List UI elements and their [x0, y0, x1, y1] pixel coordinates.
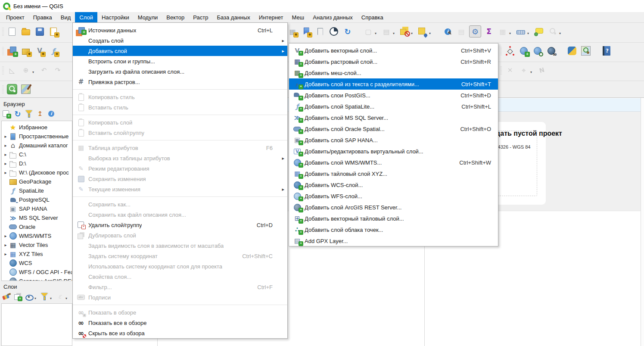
dropdown-arrow-icon[interactable]: ▾ — [50, 296, 54, 300]
expand-arrow-icon[interactable]: ▸ — [3, 143, 8, 148]
toolbar-button[interactable]: ▾ — [6, 83, 18, 95]
panel-toolbar-button[interactable]: ▾ — [39, 291, 54, 302]
toolbar-button[interactable]: ▾ — [442, 25, 454, 37]
browser-tree-item[interactable]: ▸ WCS — [2, 259, 72, 268]
expand-arrow-icon[interactable]: ▸ — [3, 234, 8, 238]
menubar-item[interactable]: Растр — [189, 12, 212, 22]
menu-show-all-in-overview[interactable]: Показать все в обзоре ▸ — [73, 318, 287, 328]
browser-tree-item[interactable]: ▸ SpatiaLite — [2, 186, 72, 195]
browser-tree-item[interactable]: ▸ WMS/WMTS — [2, 231, 72, 240]
submenu-add-hana-layer[interactable]: Добавить слой SAP HANA... ▸ — [289, 134, 498, 146]
menubar-item[interactable]: Слой — [75, 12, 97, 22]
expand-arrow-icon[interactable]: ▸ — [3, 252, 8, 256]
dropdown-arrow-icon[interactable]: ▾ — [509, 31, 513, 35]
panel-toolbar-button[interactable]: ▾ — [12, 291, 23, 302]
expand-arrow-icon[interactable]: ▸ — [3, 170, 8, 175]
dropdown-arrow-icon[interactable]: ▾ — [34, 296, 38, 300]
menubar-item[interactable]: Вектор — [162, 12, 189, 22]
menu-hide-all-from-overview[interactable]: Скрыть все из обзора ▸ — [73, 328, 287, 338]
browser-tree-item[interactable]: ▸ XYZ Tiles — [2, 249, 72, 259]
submenu-add-wcs-layer[interactable]: Добавить WCS-слой... ▸ — [289, 179, 498, 190]
dropdown-arrow-icon[interactable]: ▾ — [530, 70, 534, 74]
menu-georeferencer[interactable]: Привязка растров... ▸ — [73, 77, 287, 87]
toolbar-button[interactable]: ▾ — [469, 25, 481, 37]
panel-toolbar-button[interactable]: ▾ — [46, 109, 56, 119]
panel-toolbar-button[interactable]: ▾ — [24, 291, 38, 302]
dropdown-arrow-icon[interactable]: ▾ — [393, 31, 397, 35]
panel-toolbar-button[interactable]: ▾ — [1, 109, 12, 119]
dropdown-arrow-icon[interactable]: ▾ — [527, 31, 531, 35]
dropdown-arrow-icon[interactable]: ▾ — [32, 70, 36, 74]
browser-tree-item[interactable]: ▸ Домашний каталог — [2, 141, 72, 150]
menu-remove-layer[interactable]: Удалить слой/группу Ctrl+D ▸ — [73, 220, 287, 230]
toolbar-button[interactable]: ▾ — [504, 45, 516, 57]
toolbar-button[interactable]: ▾ — [47, 25, 59, 37]
toolbar-button[interactable]: ▾ — [20, 25, 32, 37]
browser-tree-item[interactable]: ▸ GeoPackage — [2, 177, 72, 186]
submenu-add-oracle-layer[interactable]: Добавить слой Oracle Spatial... Ctrl+Shi… — [289, 123, 498, 134]
browser-tree-item[interactable]: ▸ D:\ — [2, 159, 72, 168]
submenu-add-mesh-layer[interactable]: Добавить меш-слой... ▸ — [289, 67, 498, 78]
toolbar-button[interactable]: ▾ — [532, 45, 544, 57]
toolbar-button[interactable]: ▾ — [580, 45, 592, 57]
menubar-item[interactable]: База данных — [212, 12, 254, 22]
browser-tree-item[interactable]: ▸ W:\ (Дисковое прос — [2, 168, 72, 177]
menubar-item[interactable]: Справка — [357, 12, 388, 22]
submenu-add-raster-layer[interactable]: Добавить растровый слой... Ctrl+Shift+R … — [289, 56, 498, 67]
toolbar-button[interactable]: ▾ — [34, 25, 46, 37]
browser-tree-item[interactable]: ▸ WFS / OGC API - Fea — [2, 268, 72, 277]
submenu-add-virtual-layer[interactable]: Добавить/редактировать виртуальный слой.… — [289, 146, 498, 157]
dropdown-arrow-icon[interactable]: ▾ — [559, 31, 563, 35]
submenu-add-vector-layer[interactable]: Добавить векторный слой... Ctrl+Shift+V … — [289, 45, 498, 56]
toolbar-button[interactable]: ▾ — [286, 25, 299, 37]
browser-tree-item[interactable]: ▸ Серверы ArcGIS RES — [2, 277, 72, 281]
toolbar-button[interactable]: ▾ — [47, 45, 59, 57]
submenu-add-arcgis-layer[interactable]: Добавить слой ArcGIS REST Server... ▸ — [289, 202, 498, 213]
toolbar-button[interactable]: ▾ — [600, 45, 613, 57]
menu-embed-layers[interactable]: Встроить слои и группы... ▸ — [73, 56, 287, 66]
submenu-add-point-cloud-layer[interactable]: Добавить слой облака точек... ▸ — [289, 224, 498, 235]
menu-data-source-manager[interactable]: Источники данных Ctrl+L ▸ — [73, 25, 287, 35]
panel-toolbar-button[interactable]: ▾ — [12, 109, 23, 119]
toolbar-button[interactable]: ▾ — [483, 25, 495, 37]
browser-tree-item[interactable]: ▸ Пространственные — [2, 132, 72, 141]
menubar-item[interactable]: Правка — [29, 12, 56, 22]
expand-arrow-icon[interactable]: ▸ — [3, 243, 8, 247]
toolbar-button[interactable]: ▾ — [515, 25, 531, 37]
toolbar-button[interactable]: ▾ — [314, 25, 326, 37]
browser-tree-item[interactable]: ▸ MS SQL Server — [2, 213, 72, 222]
menu-add-layer[interactable]: Добавить слой ▸ — [73, 46, 287, 56]
browser-tree-item[interactable]: ▸ PostgreSQL — [2, 195, 72, 204]
submenu-add-vector-tile-layer[interactable]: Добавить векторный тайловый слой... ▸ — [289, 213, 498, 224]
menu-add-from-layer-definition[interactable]: Загрузить из файла описания слоя... ▸ — [73, 66, 287, 77]
toolbar-button[interactable]: ▾ — [533, 25, 545, 37]
submenu-add-xyz-layer[interactable]: Добавить тайловый слой XYZ... ▸ — [289, 168, 498, 179]
dropdown-arrow-icon[interactable]: ▾ — [411, 31, 415, 35]
browser-tree-item[interactable]: ▸ Избранное — [2, 123, 72, 132]
panel-toolbar-button[interactable]: ▾ — [35, 109, 45, 119]
toolbar-button[interactable]: ▾ — [34, 45, 46, 57]
menubar-item[interactable]: Модули — [134, 12, 162, 22]
menubar-item[interactable]: Проект — [2, 12, 29, 22]
toolbar-button[interactable]: ▾ — [518, 45, 530, 57]
menubar-item[interactable]: Настройки — [97, 12, 134, 22]
submenu-add-postgis-layers[interactable]: Добавить слои PostGIS... Ctrl+Shift+D ▸ — [289, 90, 498, 101]
expand-arrow-icon[interactable]: ▸ — [3, 134, 8, 139]
browser-tree-item[interactable]: ▸ Oracle — [2, 222, 72, 231]
toolbar-button[interactable]: ▾ — [566, 45, 578, 57]
toolbar-button[interactable]: ▾ — [6, 45, 18, 57]
submenu-add-delimited-text-layer[interactable]: Добавить слой из текста с разделителями.… — [289, 78, 498, 90]
menu-create-layer[interactable]: Создать слой ▸ — [73, 35, 287, 46]
toolbar-button[interactable]: ▾ — [20, 83, 32, 95]
menubar-item[interactable]: Вид — [56, 12, 75, 22]
toolbar-button[interactable]: ▾ — [328, 25, 340, 37]
panel-toolbar-button[interactable]: ▾ — [24, 109, 34, 119]
scrollbar-track[interactable] — [641, 98, 644, 346]
submenu-add-spatialite-layer[interactable]: Добавить слой SpatiaLite... Ctrl+Shift+L… — [289, 101, 498, 112]
panel-toolbar-button[interactable]: ▾ — [1, 291, 12, 302]
toolbar-button[interactable]: ▾ — [417, 25, 433, 37]
dropdown-arrow-icon[interactable]: ▾ — [65, 296, 69, 300]
menubar-item[interactable]: Анализ данных — [308, 12, 357, 22]
dropdown-arrow-icon[interactable]: ▾ — [375, 31, 379, 35]
toolbar-button[interactable]: ▾ — [545, 45, 557, 57]
